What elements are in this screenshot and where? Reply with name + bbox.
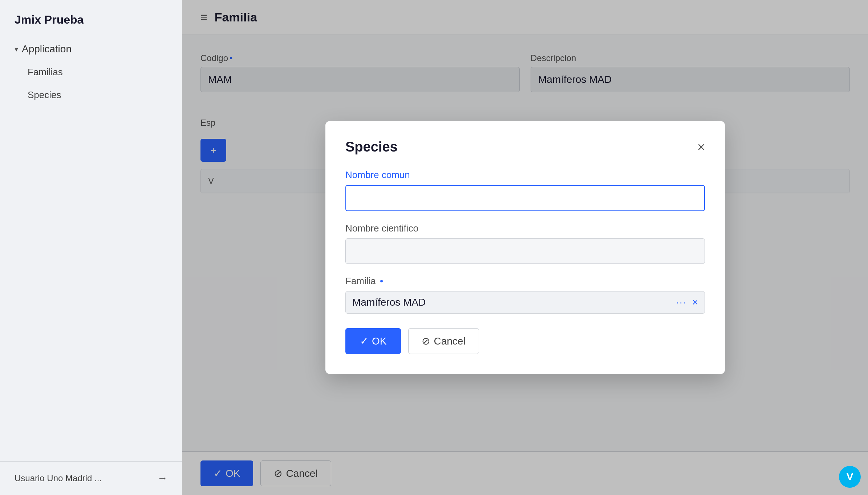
modal-cancel-circle-icon: ⊘ <box>422 335 430 347</box>
sidebar-item-familias[interactable]: Familias <box>7 61 175 84</box>
nombre-comun-input[interactable] <box>345 185 705 211</box>
modal-overlay: Species × Nombre comun Nombre cientifico… <box>182 0 868 495</box>
vaadin-badge: V <box>839 466 861 488</box>
modal-header: Species × <box>345 139 705 155</box>
modal-cancel-button[interactable]: ⊘ Cancel <box>408 328 479 354</box>
sidebar-footer: Usuario Uno Madrid ... → <box>0 461 182 495</box>
logout-icon[interactable]: → <box>157 472 167 484</box>
sidebar-item-species[interactable]: Species <box>7 84 175 106</box>
main-content: ≡ Familia Codigo• Descripcion Esp + V <box>182 0 868 495</box>
modal-checkmark-icon: ✓ <box>360 335 368 347</box>
modal-form-group-nombre-cientifico: Nombre cientifico <box>345 223 705 264</box>
familia-picker: Mamíferos MAD ··· × <box>345 291 705 314</box>
sidebar-section-application: ▾ Application Familias Species <box>0 37 182 106</box>
modal-ok-button[interactable]: ✓ OK <box>345 328 401 354</box>
sidebar-section-header[interactable]: ▾ Application <box>7 37 175 61</box>
familia-value: Mamíferos MAD <box>352 297 676 308</box>
familia-picker-dots-button[interactable]: ··· <box>676 297 686 308</box>
familia-picker-actions: ··· × <box>676 297 698 308</box>
modal-form-group-nombre-comun: Nombre comun <box>345 169 705 211</box>
modal-title: Species <box>345 139 398 155</box>
chevron-down-icon: ▾ <box>15 45 18 53</box>
nombre-comun-label: Nombre comun <box>345 169 705 181</box>
app-name: Jmix Prueba <box>0 0 182 37</box>
modal-form-group-familia: Familia • Mamíferos MAD ··· × <box>345 275 705 314</box>
modal-footer: ✓ OK ⊘ Cancel <box>345 328 705 354</box>
familia-label: Familia • <box>345 275 705 287</box>
nombre-cientifico-label: Nombre cientifico <box>345 223 705 234</box>
familia-picker-clear-button[interactable]: × <box>692 297 698 308</box>
sidebar: Jmix Prueba ▾ Application Familias Speci… <box>0 0 182 495</box>
sidebar-section-label: Application <box>22 43 72 55</box>
modal-close-button[interactable]: × <box>697 141 705 154</box>
species-modal: Species × Nombre comun Nombre cientifico… <box>325 121 725 374</box>
nombre-cientifico-input[interactable] <box>345 238 705 264</box>
sidebar-user: Usuario Uno Madrid ... <box>15 473 102 483</box>
